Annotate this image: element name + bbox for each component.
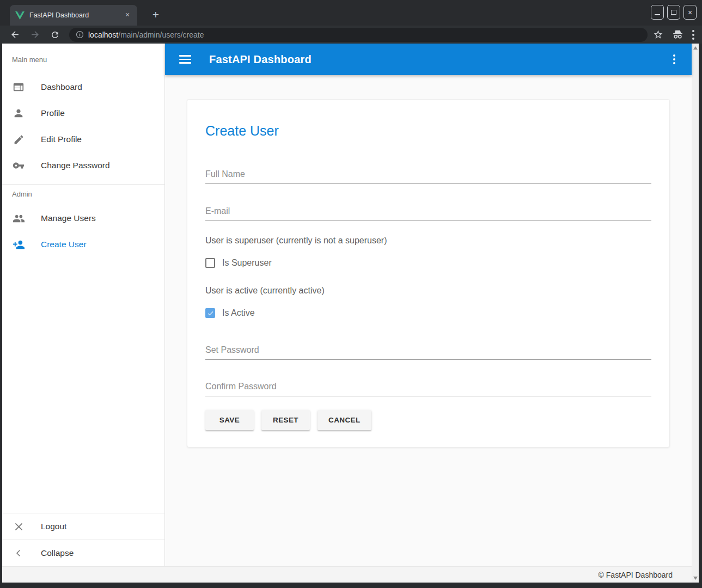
full-name-field xyxy=(205,167,651,184)
person-icon xyxy=(12,107,25,120)
checkbox-unchecked-icon[interactable] xyxy=(205,258,215,268)
forward-button[interactable] xyxy=(28,28,42,42)
url-text: localhost/main/admin/users/create xyxy=(88,30,204,39)
scroll-up-arrow-icon[interactable] xyxy=(693,46,698,50)
sidebar-item-label: Edit Profile xyxy=(41,134,82,144)
sidebar-item-label: Create User xyxy=(41,240,87,249)
bookmark-star-icon[interactable] xyxy=(653,29,663,40)
is-active-checkbox-row[interactable]: Is Active xyxy=(205,308,651,318)
sidebar-item-create-user[interactable]: Create User xyxy=(2,231,164,258)
sidebar-item-collapse[interactable]: Collapse xyxy=(2,540,164,566)
checkbox-label: Is Superuser xyxy=(222,258,272,268)
url-bar[interactable]: localhost/main/admin/users/create xyxy=(69,28,648,42)
page-content: Create User User is superuser (currently… xyxy=(165,75,692,566)
browser-tab[interactable]: FastAPI Dashboard × xyxy=(10,5,137,26)
cancel-button[interactable]: CANCEL xyxy=(318,410,371,430)
page-title: Create User xyxy=(205,122,651,139)
copyright-text: © FastAPI Dashboard xyxy=(599,571,673,579)
sidebar-item-label: Dashboard xyxy=(41,82,82,92)
sidebar-bottom: Logout Collapse xyxy=(2,513,164,566)
vue-logo-icon xyxy=(15,11,25,20)
email-field xyxy=(205,204,651,221)
app-frame: Main menu Dashboard Profile xyxy=(2,44,699,583)
save-button[interactable]: SAVE xyxy=(205,410,254,430)
people-icon xyxy=(12,212,25,225)
sidebar-item-change-password[interactable]: Change Password xyxy=(2,152,164,179)
sidebar-item-manage-users[interactable]: Manage Users xyxy=(2,205,164,231)
main-area: FastAPI Dashboard Create User xyxy=(165,44,692,566)
minimize-button[interactable] xyxy=(651,5,664,20)
sidebar-item-dashboard[interactable]: Dashboard xyxy=(2,74,164,100)
sidebar-item-profile[interactable]: Profile xyxy=(2,100,164,126)
checkbox-checked-icon[interactable] xyxy=(205,308,215,318)
edit-icon xyxy=(12,133,25,146)
incognito-icon xyxy=(672,30,683,39)
refresh-button[interactable] xyxy=(48,28,62,42)
browser-menu-kebab-icon[interactable] xyxy=(692,30,694,40)
confirm-password-input[interactable] xyxy=(205,379,651,396)
dashboard-icon xyxy=(12,81,25,94)
browser-tab-strip: FastAPI Dashboard × + × xyxy=(0,0,702,26)
maximize-icon xyxy=(671,10,676,15)
browser-toolbar: localhost/main/admin/users/create xyxy=(0,26,702,44)
set-password-field xyxy=(205,343,651,360)
app-title: FastAPI Dashboard xyxy=(209,53,312,66)
minimize-icon xyxy=(655,14,660,15)
close-window-icon: × xyxy=(688,9,692,16)
sidebar-item-label: Change Password xyxy=(41,161,110,170)
maximize-button[interactable] xyxy=(667,5,680,20)
page-scrollbar[interactable] xyxy=(692,44,699,583)
sidebar-item-label: Logout xyxy=(41,522,66,531)
email-input[interactable] xyxy=(205,204,651,221)
sidebar-item-edit-profile[interactable]: Edit Profile xyxy=(2,126,164,152)
sidebar-item-logout[interactable]: Logout xyxy=(2,513,164,540)
app-footer: © FastAPI Dashboard xyxy=(2,566,692,583)
window-controls: × xyxy=(651,5,697,20)
site-info-icon[interactable] xyxy=(76,30,84,39)
back-button[interactable] xyxy=(8,28,22,42)
sidebar-item-label: Collapse xyxy=(41,548,74,558)
tab-title: FastAPI Dashboard xyxy=(29,11,123,19)
close-icon xyxy=(12,520,25,533)
new-tab-button[interactable]: + xyxy=(149,8,162,21)
form-buttons: SAVE RESET CANCEL xyxy=(205,410,651,430)
browser-window: FastAPI Dashboard × + × localhost/main/a xyxy=(0,0,702,588)
full-name-input[interactable] xyxy=(205,167,651,184)
toolbar-right xyxy=(653,29,694,40)
sidebar-item-label: Manage Users xyxy=(41,213,96,223)
sidebar-section-main-menu: Main menu xyxy=(2,51,164,70)
close-window-button[interactable]: × xyxy=(683,5,697,20)
chevron-left-icon xyxy=(12,547,25,560)
is-superuser-checkbox-row[interactable]: Is Superuser xyxy=(205,258,651,268)
superuser-note: User is superuser (currently is not a su… xyxy=(205,235,651,246)
url-path: /main/admin/users/create xyxy=(118,30,204,39)
sidebar-section-admin: Admin xyxy=(2,185,164,205)
tab-close-icon[interactable]: × xyxy=(123,11,132,20)
app-header: FastAPI Dashboard xyxy=(165,44,692,75)
confirm-password-field xyxy=(205,379,651,396)
reset-button[interactable]: RESET xyxy=(261,410,310,430)
hamburger-menu-icon[interactable] xyxy=(179,55,191,64)
sidebar-item-label: Profile xyxy=(41,108,65,118)
scroll-down-arrow-icon[interactable] xyxy=(693,577,698,580)
create-user-card: Create User User is superuser (currently… xyxy=(187,99,670,448)
person-add-icon xyxy=(12,238,25,251)
set-password-input[interactable] xyxy=(205,343,651,360)
app-menu-kebab-icon[interactable] xyxy=(671,52,677,66)
key-icon xyxy=(12,159,25,172)
active-note: User is active (currently active) xyxy=(205,285,651,296)
url-host: localhost xyxy=(88,30,118,39)
checkbox-label: Is Active xyxy=(222,308,255,318)
sidebar: Main menu Dashboard Profile xyxy=(2,44,165,566)
